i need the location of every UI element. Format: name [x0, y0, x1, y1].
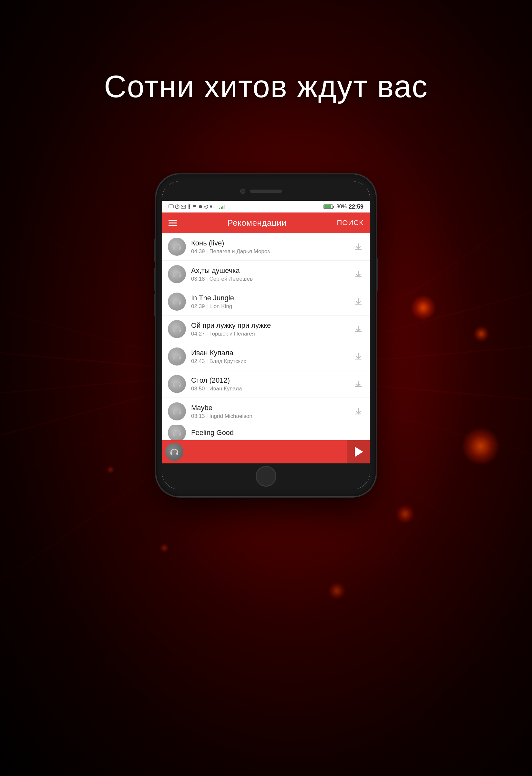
svg-rect-5	[193, 205, 196, 207]
now-playing-bar[interactable]	[162, 440, 370, 463]
download-button[interactable]	[352, 351, 364, 362]
svg-rect-10	[222, 206, 223, 209]
status-bar: H+ 8	[162, 201, 370, 212]
song-info: Стол (2012) 03:50 | Иван Купала	[191, 376, 347, 392]
play-icon	[355, 447, 363, 457]
song-item[interactable]: Feeling Good	[162, 425, 370, 440]
flag-icon	[192, 204, 197, 209]
song-item[interactable]: Конь (live) 04:39 | Пелагея и Дарья Моро…	[162, 233, 370, 260]
msg-icon	[169, 204, 174, 209]
song-avatar	[168, 265, 186, 283]
battery-icon	[323, 204, 334, 209]
song-info: Ой при лужку при лужке 04:27 | Горшок и …	[191, 321, 347, 337]
sync-icon	[204, 204, 209, 209]
status-right: 80% 22:59	[323, 203, 363, 210]
svg-text:H+: H+	[210, 205, 214, 209]
svg-rect-0	[169, 205, 173, 208]
phone-top-bar	[162, 182, 370, 201]
status-left-icons: H+	[169, 204, 226, 209]
song-info: Ах,ты душечка 03:18 | Сергей Лемешев	[191, 266, 347, 282]
bokeh-orb	[106, 466, 114, 474]
song-meta: 03:13 | Ingrid Michaelson	[191, 413, 347, 419]
song-avatar	[168, 348, 186, 366]
svg-rect-2	[181, 205, 186, 208]
phone-body: H+ 8	[156, 174, 376, 496]
song-list: Конь (live) 04:39 | Пелагея и Дарья Моро…	[162, 233, 370, 440]
song-info: Конь (live) 04:39 | Пелагея и Дарья Моро…	[191, 239, 347, 255]
headphone-icon	[172, 298, 182, 306]
song-item[interactable]: Maybe 03:13 | Ingrid Michaelson	[162, 398, 370, 425]
phone-camera	[240, 189, 245, 194]
headphone-icon	[172, 325, 182, 333]
song-meta: 04:39 | Пелагея и Дарья Мороз	[191, 248, 347, 255]
app-title: Рекомендации	[227, 218, 286, 228]
song-info: In The Jungle 02:39 | Lion King	[191, 294, 347, 310]
headphone-icon	[172, 429, 182, 437]
app-header: Рекомендации ПОИСК	[162, 212, 370, 233]
song-title: Иван Купала	[191, 349, 347, 357]
headphone-icon	[172, 380, 182, 388]
song-avatar	[168, 320, 186, 338]
song-title: Конь (live)	[191, 239, 347, 247]
download-button[interactable]	[352, 323, 364, 335]
song-avatar	[168, 293, 186, 311]
download-button[interactable]	[352, 268, 364, 280]
bokeh-orb	[461, 427, 500, 466]
battery-percent: 80%	[336, 204, 347, 210]
headphone-icon	[172, 408, 182, 415]
song-info: Maybe 03:13 | Ingrid Michaelson	[191, 404, 347, 419]
song-title: Ой при лужку при лужке	[191, 321, 347, 330]
headphone-icon	[170, 448, 179, 456]
search-button[interactable]: ПОИСК	[337, 219, 363, 227]
song-info: Иван Купала 02:43 | Влад Крутских	[191, 349, 347, 365]
song-item[interactable]: Иван Купала 02:43 | Влад Крутских	[162, 343, 370, 370]
song-title: In The Jungle	[191, 294, 347, 302]
song-item[interactable]: Ах,ты душечка 03:18 | Сергей Лемешев	[162, 260, 370, 288]
hh-signal-icon: H+	[210, 204, 218, 209]
home-button[interactable]	[256, 466, 276, 487]
svg-point-4	[189, 208, 190, 209]
svg-rect-11	[224, 205, 225, 209]
song-avatar	[168, 238, 186, 256]
svg-rect-9	[221, 207, 222, 209]
time-display: 22:59	[349, 203, 363, 210]
phone-speaker	[250, 190, 282, 193]
usb-icon	[187, 204, 191, 209]
song-avatar	[168, 375, 186, 393]
bell-icon	[198, 204, 203, 209]
song-title: Стол (2012)	[191, 376, 347, 385]
svg-rect-8	[219, 208, 220, 209]
headphone-icon	[172, 243, 182, 250]
svg-rect-3	[189, 204, 190, 208]
phone-screen: H+ 8	[162, 182, 370, 489]
song-avatar	[168, 402, 186, 420]
download-button[interactable]	[352, 406, 364, 417]
download-button[interactable]	[352, 378, 364, 390]
download-button[interactable]	[352, 241, 364, 252]
bokeh-orb	[410, 295, 436, 321]
download-button[interactable]	[352, 296, 364, 308]
play-button[interactable]	[347, 440, 370, 463]
headphone-icon	[172, 270, 182, 278]
song-meta: 03:50 | Иван Купала	[191, 386, 347, 392]
song-item[interactable]: In The Jungle 02:39 | Lion King	[162, 288, 370, 316]
song-meta: 03:18 | Сергей Лемешев	[191, 276, 347, 282]
song-title: Maybe	[191, 404, 347, 412]
clock-icon	[175, 204, 180, 209]
hamburger-menu[interactable]	[169, 220, 177, 226]
song-title: Feeling Good	[191, 428, 364, 437]
song-meta: 02:39 | Lion King	[191, 303, 347, 310]
song-meta: 02:43 | Влад Крутских	[191, 358, 347, 365]
song-item[interactable]: Ой при лужку при лужке 04:27 | Горшок и …	[162, 316, 370, 343]
headphone-icon	[172, 353, 182, 360]
song-item[interactable]: Стол (2012) 03:50 | Иван Купала	[162, 370, 370, 398]
song-avatar	[168, 425, 186, 440]
song-title: Ах,ты душечка	[191, 266, 347, 275]
phone-bottom-bar	[162, 463, 370, 489]
svg-rect-14	[333, 206, 334, 208]
phone-mockup: H+ 8	[156, 174, 376, 496]
svg-rect-13	[324, 205, 331, 208]
mail-icon	[181, 204, 186, 209]
song-info: Feeling Good	[191, 428, 364, 437]
now-playing-avatar	[165, 443, 183, 461]
